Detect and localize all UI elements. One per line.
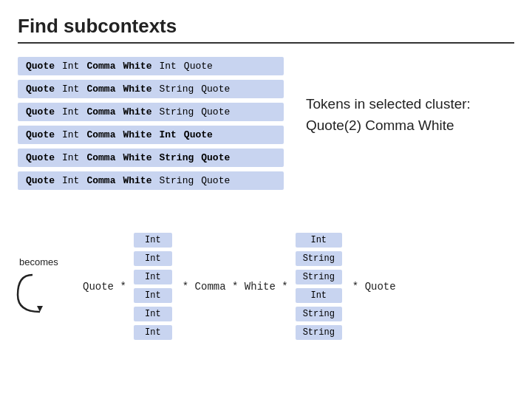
token-quote2: Quote xyxy=(182,60,215,72)
token-int: Int xyxy=(60,83,81,95)
box-string-r4: String xyxy=(296,325,342,340)
becomes-label: becomes xyxy=(19,256,58,267)
box-int: Int xyxy=(134,325,172,340)
token-quote: Quote xyxy=(24,129,57,141)
divider xyxy=(18,42,514,44)
token-quote2: Quote xyxy=(199,106,232,118)
token-int: Int xyxy=(60,151,81,164)
arrow-icon xyxy=(10,269,73,317)
info-line2: Quote(2) Comma White xyxy=(306,115,471,137)
box-string-r: String xyxy=(296,251,342,266)
left-box-column: Int Int Int Int Int Int xyxy=(134,233,172,340)
token-white: White xyxy=(120,60,154,72)
comma-white-label: * Comma * White * xyxy=(183,281,288,293)
token-quote: Quote xyxy=(24,83,57,95)
token-quote: Quote xyxy=(24,60,57,72)
quote-end-label: * Quote xyxy=(352,281,396,293)
box-int: Int xyxy=(134,251,172,266)
token-comma: Comma xyxy=(84,83,117,95)
token-white: White xyxy=(120,151,154,164)
page: Find subcontexts Quote Int Comma White I… xyxy=(0,0,532,399)
info-panel: Tokens in selected cluster: Quote(2) Com… xyxy=(306,94,471,136)
token-quote2: Quote xyxy=(199,151,232,164)
token-quote: Quote xyxy=(24,151,57,164)
bottom-section: becomes Quote * Int Int Int Int Int Int … xyxy=(10,233,396,340)
token-white: White xyxy=(120,129,154,141)
token-string2: String xyxy=(157,174,196,187)
box-string-r2: String xyxy=(296,270,342,284)
box-string-r3: String xyxy=(296,307,342,321)
token-comma: Comma xyxy=(84,106,117,118)
token-quote: Quote xyxy=(24,106,57,118)
token-row: Quote Int Comma White String Quote xyxy=(18,80,284,98)
token-white: White xyxy=(120,174,154,187)
token-white: White xyxy=(120,83,154,95)
arrow-area: becomes xyxy=(10,256,77,317)
quote-star-label: Quote * xyxy=(83,281,126,293)
token-int: Int xyxy=(60,60,81,72)
token-row: Quote Int Comma White Int Quote xyxy=(18,126,284,144)
box-int: Int xyxy=(134,270,172,284)
token-rows-list: Quote Int Comma White Int Quote Quote In… xyxy=(18,57,284,190)
info-line1: Tokens in selected cluster: xyxy=(306,94,471,115)
token-quote: Quote xyxy=(24,174,57,187)
token-int: Int xyxy=(60,106,81,118)
token-quote2: Quote xyxy=(182,129,215,141)
token-comma: Comma xyxy=(84,129,117,141)
box-int: Int xyxy=(134,233,172,248)
token-comma: Comma xyxy=(84,174,117,187)
right-box-column: Int String String Int String String xyxy=(296,233,342,340)
token-int2: Int xyxy=(157,129,178,141)
token-comma: Comma xyxy=(84,151,117,164)
box-int: Int xyxy=(134,288,172,303)
token-quote2: Quote xyxy=(199,83,232,95)
page-title: Find subcontexts xyxy=(18,15,514,38)
token-string: String xyxy=(157,106,196,118)
token-int2: Int xyxy=(157,60,178,72)
token-row: Quote Int Comma White String Quote xyxy=(18,149,284,167)
token-row: Quote Int Comma White Int Quote xyxy=(18,57,284,75)
token-quote3: Quote xyxy=(199,174,232,187)
token-row: Quote Int Comma White String Quote xyxy=(18,103,284,121)
token-white: White xyxy=(120,106,154,118)
box-int: Int xyxy=(134,307,172,321)
token-string: String xyxy=(157,151,196,164)
box-int-r2: Int xyxy=(296,288,342,303)
token-int: Int xyxy=(60,174,81,187)
token-comma: Comma xyxy=(84,60,117,72)
token-row: Quote Int Comma White String Quote xyxy=(18,171,284,190)
token-int: Int xyxy=(60,129,81,141)
box-int-r: Int xyxy=(296,233,342,248)
token-string: String xyxy=(157,83,196,95)
